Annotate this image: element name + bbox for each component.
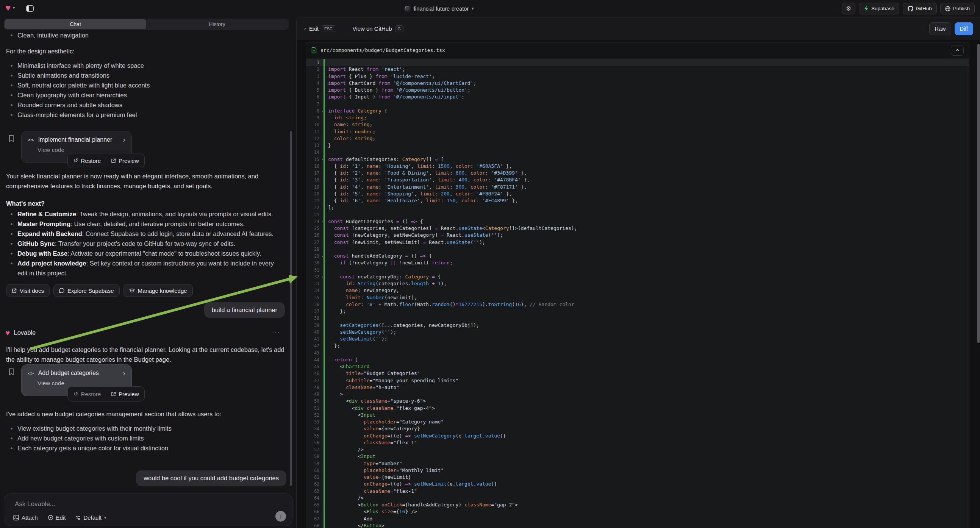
code-viewer-header: ‹ Exit esc View on GitHub G Raw Diff [297,17,980,40]
exit-button[interactable]: ‹ Exit esc [304,25,335,32]
version-card-title: Add budget categories [38,370,99,377]
code-icon: <> [28,137,35,143]
lovable-heart-icon: ♥ [5,329,10,337]
tab-history[interactable]: History [146,19,288,29]
restore-button[interactable]: ↺ Restore [73,391,101,397]
code-line: 36 color: '#' + Math.floor(Math.random()… [306,301,969,308]
visit-docs-button[interactable]: Visit docs [6,284,49,297]
divider [106,391,106,397]
code-line: 37 }; [306,308,969,315]
view-code-link[interactable]: View code [38,380,126,387]
code-line: 20 { id: '5', name: 'Shopping', limit: 2… [306,191,969,197]
list-item: Soft, neutral color palette with light b… [6,80,285,90]
restore-button[interactable]: ↺ Restore [73,157,101,164]
sliders-icon [75,515,81,520]
code-file-card: src/components/budget/BudgetCategories.t… [306,42,969,528]
fold-chevron-icon[interactable]: ▾ [322,156,323,163]
code-line: 26 const [newCategory, setNewCategory] =… [306,232,969,239]
send-button[interactable]: ↑ [275,511,286,522]
chevron-down-icon: ▾ [104,515,107,520]
code-line: 9 id: string; [306,115,969,121]
tab-chat[interactable]: Chat [5,19,146,29]
chevron-down-icon: ▾ [472,6,474,11]
manage-knowledge-button[interactable]: Manage knowledge [124,284,193,297]
code-line: 55 onChange={(e) => setNewCategory(e.tar… [306,433,969,439]
supabase-button[interactable]: Supabase [859,3,899,14]
view-on-github-button[interactable]: View on GitHub G [353,25,403,32]
version-card-title: Implement financial planner [38,136,113,143]
supabase-label: Supabase [871,6,894,11]
list-item: Add new budget categories with custom li… [6,433,285,443]
file-header[interactable]: src/components/budget/BudgetCategories.t… [306,43,969,58]
settings-button[interactable]: ⚙ [842,3,855,14]
bookmark-icon[interactable] [8,368,14,376]
user-message: build a financial planner [204,302,285,318]
fold-chevron-icon[interactable]: ▾ [322,219,323,225]
code-line: 68 </Button> [306,522,969,528]
code-line: 3import { Plus } from 'lucide-react'; [306,73,969,80]
code-line: 33 id: String(categories.length + 1), [306,280,969,287]
github-button[interactable]: GitHub [903,3,937,14]
publish-button[interactable]: Publish [940,3,975,14]
version-actions: ↺ Restore Preview [67,153,145,168]
code-line: 42 }; [306,342,969,349]
code-line: 19 { id: '4', name: 'Entertainment', lim… [306,184,969,191]
code-line: 13} [306,142,969,149]
explore-supabase-button[interactable]: Explore Supabase [53,284,120,297]
code-line: 61 value={newLimit} [306,474,969,481]
code-line: 30 if (!newCategory || !newLimit) return… [306,259,969,266]
collapse-file-button[interactable] [951,45,964,56]
code-line: 43 [306,350,969,356]
code-editor[interactable]: 12import React from 'react';3import { Pl… [306,58,969,528]
bookmark-icon[interactable] [8,135,14,142]
code-line: 12 color: string; [306,135,969,142]
code-line: 34 name: newCategory, [306,287,969,294]
list-item: Clean typography with clear hierarchies [6,90,285,100]
chat-input-box[interactable]: Ask Lovable... Attach Edit [4,493,293,526]
view-code-link[interactable]: View code [38,146,126,153]
attach-button[interactable]: Attach [13,514,38,521]
code-line: 66 <Plus size={16} /> [306,508,969,515]
code-line: 60 placeholder="Monthly limit" [306,467,969,474]
list-item: Clean, intuitive navigation [6,30,285,40]
whats-next-list: Refine & Customize: Tweak the design, an… [6,209,280,278]
code-line: 2import React from 'react'; [306,66,969,73]
added-bullet-list: View existing budget categories with the… [6,423,285,453]
code-line: 64 /> [306,495,969,501]
fold-chevron-icon[interactable]: ▾ [322,274,323,281]
list-item: Minimalist interface with plenty of whit… [6,60,285,70]
edit-button[interactable]: Edit [48,514,66,521]
list-item: View existing budget categories with the… [6,423,285,433]
supabase-bolt-icon [864,6,869,11]
code-line: 67 Add [306,515,969,522]
quick-action-row: Visit docs Explore Supabase Manage knowl… [6,284,193,297]
fold-chevron-icon[interactable]: ▾ [322,108,323,115]
assistant-name: Lovable [14,329,36,336]
code-line: 28 [306,246,969,253]
chevron-right-icon: › [123,370,126,376]
mode-selector[interactable]: Default ▾ [75,514,106,521]
code-line: 41 setNewLimit(''); [306,336,969,342]
assistant-message: I'll help you add budget categories to t… [6,345,285,364]
raw-toggle-button[interactable]: Raw [929,22,951,35]
code-scrollbar[interactable] [977,44,980,343]
fold-chevron-icon[interactable]: ▾ [322,253,323,260]
target-icon [48,515,53,520]
project-name: financial-future-creator [414,6,469,12]
image-icon [13,515,19,520]
code-line: 50 <div className="space-y-6"> [306,398,969,404]
chat-scrollbar[interactable] [290,131,292,486]
code-line: 54 value={newCategory} [306,425,969,432]
project-switcher[interactable]: financial-future-creator ▾ [404,3,474,14]
assistant-message: I've added a new budget categories manag… [6,409,285,419]
code-line: 14 [306,149,969,156]
esc-key-badge: esc [321,25,335,32]
list-item: Debug with Ease: Activate our experiment… [6,248,280,258]
code-line: 49 > [306,391,969,398]
diff-toggle-button[interactable]: Diff [955,22,974,35]
preview-button[interactable]: Preview [111,391,138,397]
preview-button[interactable]: Preview [111,157,138,164]
chat-tab-bar: Chat History [4,19,289,30]
whats-next-heading: What's next? [6,199,285,208]
message-more-button[interactable]: ··· [272,329,280,336]
